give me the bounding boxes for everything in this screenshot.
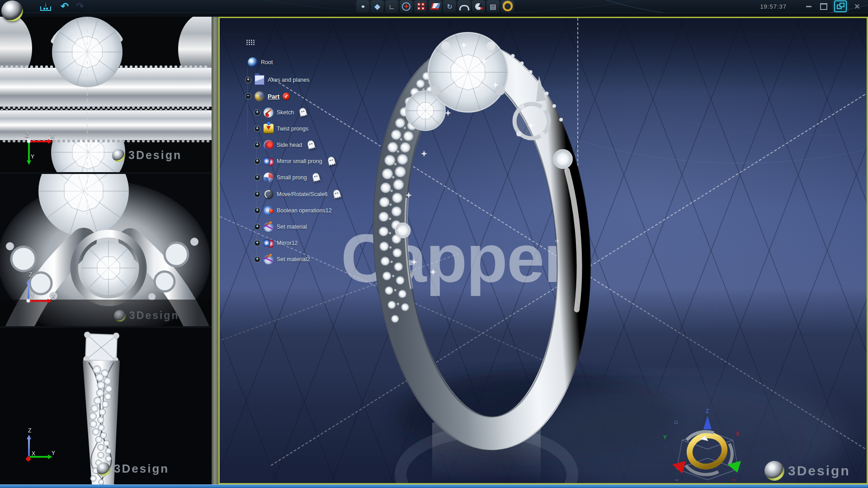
tool-boolean-cut[interactable] [472,0,485,12]
tree-item-set-material[interactable]: +Set material [245,221,307,233]
mirror-icon [264,238,274,248]
mirror-icon [264,156,274,166]
gizmo-pan-icon: ↔ [674,476,679,482]
tool-transform-orbit[interactable]: ↻ [443,0,456,12]
stones-pair-icon: ●● [361,4,365,9]
tree-item-label: Part [268,93,279,100]
minimize-button[interactable] [804,2,813,11]
expander-icon[interactable]: + [254,142,260,148]
tree-item-small-prong[interactable]: +Small prong [245,172,322,183]
tree-item-label: Sketch [277,109,294,116]
hidden-ghost-icon [324,155,339,169]
tree-item-side-head[interactable]: +Side head [245,139,317,151]
tool-gemstone[interactable]: ◆ [371,0,384,12]
hidden-ghost-icon [309,171,323,185]
validated-check-badge: ✓ [283,93,290,100]
viewport-front-view[interactable]: Z X Y 3Design [0,174,212,326]
tree-item-label: Boolean operations12 [277,207,332,214]
tool-caliper[interactable]: ∟ [385,0,398,12]
tree-item-label: Small prong [277,174,307,181]
tree-item-label: Mirror12 [277,240,298,246]
tree-item-mirror-small-prong[interactable]: +Mirror small prong [245,155,338,167]
app-logo [1,0,23,21]
tree-item-label: Twist prongs [277,126,308,132]
gemstone-icon: ◆ [374,3,380,10]
material-icon [264,222,274,232]
tool-pattern-array[interactable] [414,0,427,12]
tree-item-label: Root [261,59,273,66]
gizmo-z-label: Z [706,408,709,414]
tree-item-root[interactable]: Root [245,56,273,68]
tree-item-mirror12[interactable]: +Mirror12 [245,237,298,249]
tool-ring-wizard[interactable] [501,0,514,12]
tree-item-set-material2[interactable]: +Set material2 [245,253,310,265]
ring-sizer-icon [402,2,410,11]
tree-item-label: Side head [277,142,302,148]
expander-icon[interactable]: + [254,240,260,246]
tree-item-label: Set material2 [277,256,310,263]
expander-icon[interactable]: − [245,93,251,99]
export-render-icon[interactable]: ↓ [38,1,53,12]
hidden-ghost-icon [304,138,319,152]
redo-icon[interactable]: ↷ [73,1,87,12]
gizmo-z-cone[interactable] [703,416,712,429]
tool-ring-sizer[interactable] [400,0,413,12]
hidden-ghost-icon [330,188,344,202]
hidden-ghost-icon [296,106,311,120]
bool-icon [264,206,274,216]
tree-grip-handle[interactable] [246,39,255,45]
clock: 19:57:37 [760,3,787,10]
expander-icon[interactable]: + [254,256,260,263]
transform-orbit-icon: ↻ [447,3,453,10]
caliper-icon: ∟ [388,3,395,10]
expander-icon[interactable]: + [254,207,260,214]
band-arc-icon [459,5,469,10]
expander-icon[interactable]: + [254,174,260,181]
pattern-array-icon [417,3,425,10]
part-icon [255,91,264,101]
gizmo-flip-icon: ↔ [731,476,736,482]
maximize-button[interactable] [834,0,847,12]
expander-icon[interactable]: + [254,224,260,230]
close-button[interactable]: ✕ [853,2,862,11]
expander-icon[interactable]: + [245,77,251,83]
tree-item-label: Axes and planes [268,77,309,83]
tree-item-sketch[interactable]: +Sketch [245,107,309,118]
viewport-perspective[interactable]: Cappen [218,17,868,484]
tree-item-twist-prongs[interactable]: +Twist prongs [245,123,308,135]
sketch-layers-icon [430,3,440,9]
tree-item-label: Set material [277,224,307,230]
tool-band-arc[interactable] [458,0,471,12]
undo-icon[interactable]: ↶ [58,1,71,12]
expander-icon[interactable]: + [254,158,260,164]
sketch-icon [264,108,274,117]
globe-icon [248,57,258,67]
tree-item-part[interactable]: −Part✓ [245,90,290,102]
tree-item-label: Move/Rotate/Scale6 [277,191,328,197]
material-icon [264,254,274,264]
folder-icon [255,75,264,85]
tool-sketch-layers[interactable] [429,0,442,12]
taskbar-edge [0,484,868,488]
panel-splitter[interactable] [212,17,218,484]
gizmo-x-label: X [736,431,739,437]
gizmo-home-icon: ⌂ [674,418,678,425]
navigation-gizmo[interactable]: Z Y X ⌂ ↔ ↔ [660,408,751,483]
expander-icon[interactable]: + [254,109,260,116]
sidehead-icon [264,140,274,150]
ring-wizard-icon [503,1,513,11]
viewport-bottom-view[interactable]: Z Y X 3Design [0,328,212,484]
viewport-top-view[interactable]: Z X Y 3Design [0,17,212,172]
tree-item-move-rotate-scale6[interactable]: +Move/Rotate/Scale6 [245,188,343,200]
restore-button[interactable] [819,2,828,11]
expander-icon[interactable]: + [254,126,260,132]
twist-icon [264,124,274,134]
expander-icon[interactable]: + [254,191,260,197]
transform-icon [264,189,274,199]
tree-item-axes-and-planes[interactable]: +Axes and planes [245,74,309,86]
tree-item-boolean-operations12[interactable]: +Boolean operations12 [245,205,332,216]
gizmo-y-label: Y [663,434,667,441]
tree-item-label: Mirror small prong [277,158,322,164]
tool-stones-pair[interactable]: ●● [356,0,369,12]
tool-layout-panels[interactable]: ▤ [486,0,500,12]
